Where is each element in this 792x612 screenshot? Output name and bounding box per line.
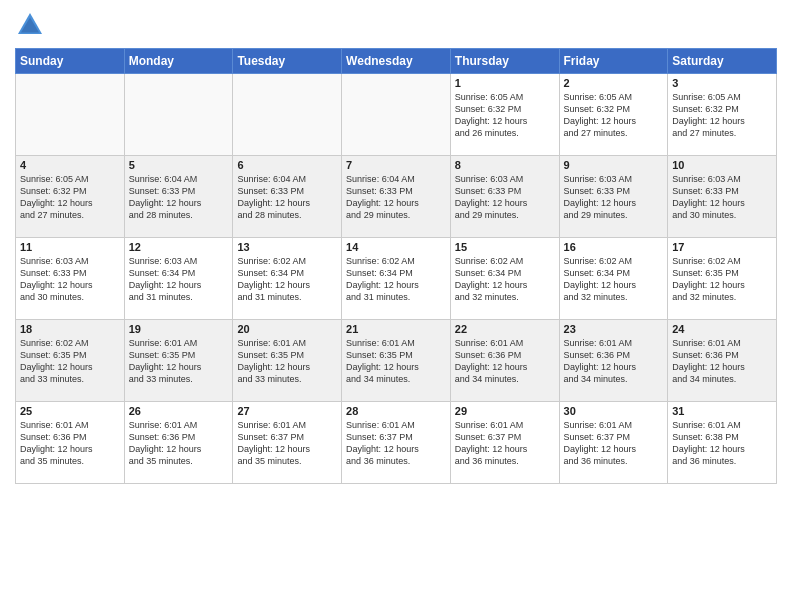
calendar-week-row: 4Sunrise: 6:05 AMSunset: 6:32 PMDaylight… (16, 156, 777, 238)
calendar-day-cell (342, 74, 451, 156)
day-info: Sunrise: 6:05 AMSunset: 6:32 PMDaylight:… (20, 173, 120, 222)
day-info: Sunrise: 6:01 AMSunset: 6:37 PMDaylight:… (455, 419, 555, 468)
day-of-week-header: Thursday (450, 49, 559, 74)
day-info: Sunrise: 6:01 AMSunset: 6:37 PMDaylight:… (237, 419, 337, 468)
day-info: Sunrise: 6:02 AMSunset: 6:35 PMDaylight:… (672, 255, 772, 304)
page-container: SundayMondayTuesdayWednesdayThursdayFrid… (0, 0, 792, 494)
day-number: 20 (237, 323, 337, 335)
day-number: 27 (237, 405, 337, 417)
calendar-day-cell: 16Sunrise: 6:02 AMSunset: 6:34 PMDayligh… (559, 238, 668, 320)
day-number: 2 (564, 77, 664, 89)
day-info: Sunrise: 6:01 AMSunset: 6:38 PMDaylight:… (672, 419, 772, 468)
day-number: 19 (129, 323, 229, 335)
day-number: 5 (129, 159, 229, 171)
day-info: Sunrise: 6:01 AMSunset: 6:36 PMDaylight:… (129, 419, 229, 468)
calendar-day-cell: 5Sunrise: 6:04 AMSunset: 6:33 PMDaylight… (124, 156, 233, 238)
day-number: 24 (672, 323, 772, 335)
day-of-week-header: Sunday (16, 49, 125, 74)
day-of-week-header: Wednesday (342, 49, 451, 74)
day-info: Sunrise: 6:02 AMSunset: 6:34 PMDaylight:… (346, 255, 446, 304)
day-info: Sunrise: 6:01 AMSunset: 6:35 PMDaylight:… (129, 337, 229, 386)
day-info: Sunrise: 6:01 AMSunset: 6:37 PMDaylight:… (346, 419, 446, 468)
day-number: 8 (455, 159, 555, 171)
day-info: Sunrise: 6:01 AMSunset: 6:36 PMDaylight:… (455, 337, 555, 386)
day-number: 22 (455, 323, 555, 335)
logo (15, 10, 49, 40)
calendar-day-cell: 10Sunrise: 6:03 AMSunset: 6:33 PMDayligh… (668, 156, 777, 238)
calendar-day-cell: 15Sunrise: 6:02 AMSunset: 6:34 PMDayligh… (450, 238, 559, 320)
day-number: 21 (346, 323, 446, 335)
calendar-week-row: 25Sunrise: 6:01 AMSunset: 6:36 PMDayligh… (16, 402, 777, 484)
day-number: 3 (672, 77, 772, 89)
calendar-day-cell: 28Sunrise: 6:01 AMSunset: 6:37 PMDayligh… (342, 402, 451, 484)
day-info: Sunrise: 6:04 AMSunset: 6:33 PMDaylight:… (129, 173, 229, 222)
calendar-day-cell: 12Sunrise: 6:03 AMSunset: 6:34 PMDayligh… (124, 238, 233, 320)
day-info: Sunrise: 6:05 AMSunset: 6:32 PMDaylight:… (455, 91, 555, 140)
calendar-day-cell: 22Sunrise: 6:01 AMSunset: 6:36 PMDayligh… (450, 320, 559, 402)
day-number: 14 (346, 241, 446, 253)
day-info: Sunrise: 6:01 AMSunset: 6:36 PMDaylight:… (20, 419, 120, 468)
calendar-day-cell: 8Sunrise: 6:03 AMSunset: 6:33 PMDaylight… (450, 156, 559, 238)
day-number: 17 (672, 241, 772, 253)
day-of-week-header: Monday (124, 49, 233, 74)
calendar-day-cell: 27Sunrise: 6:01 AMSunset: 6:37 PMDayligh… (233, 402, 342, 484)
day-number: 7 (346, 159, 446, 171)
day-info: Sunrise: 6:02 AMSunset: 6:34 PMDaylight:… (564, 255, 664, 304)
day-info: Sunrise: 6:04 AMSunset: 6:33 PMDaylight:… (237, 173, 337, 222)
calendar-table: SundayMondayTuesdayWednesdayThursdayFrid… (15, 48, 777, 484)
calendar-day-cell: 24Sunrise: 6:01 AMSunset: 6:36 PMDayligh… (668, 320, 777, 402)
day-info: Sunrise: 6:03 AMSunset: 6:33 PMDaylight:… (455, 173, 555, 222)
day-number: 25 (20, 405, 120, 417)
calendar-day-cell: 25Sunrise: 6:01 AMSunset: 6:36 PMDayligh… (16, 402, 125, 484)
calendar-day-cell (16, 74, 125, 156)
day-number: 26 (129, 405, 229, 417)
day-number: 12 (129, 241, 229, 253)
calendar-day-cell: 4Sunrise: 6:05 AMSunset: 6:32 PMDaylight… (16, 156, 125, 238)
day-number: 28 (346, 405, 446, 417)
calendar-day-cell: 1Sunrise: 6:05 AMSunset: 6:32 PMDaylight… (450, 74, 559, 156)
day-info: Sunrise: 6:01 AMSunset: 6:36 PMDaylight:… (672, 337, 772, 386)
calendar-week-row: 1Sunrise: 6:05 AMSunset: 6:32 PMDaylight… (16, 74, 777, 156)
day-info: Sunrise: 6:03 AMSunset: 6:33 PMDaylight:… (20, 255, 120, 304)
day-number: 1 (455, 77, 555, 89)
day-info: Sunrise: 6:02 AMSunset: 6:35 PMDaylight:… (20, 337, 120, 386)
day-number: 18 (20, 323, 120, 335)
day-number: 13 (237, 241, 337, 253)
day-info: Sunrise: 6:03 AMSunset: 6:33 PMDaylight:… (672, 173, 772, 222)
calendar-day-cell: 17Sunrise: 6:02 AMSunset: 6:35 PMDayligh… (668, 238, 777, 320)
calendar-day-cell: 18Sunrise: 6:02 AMSunset: 6:35 PMDayligh… (16, 320, 125, 402)
calendar-day-cell: 29Sunrise: 6:01 AMSunset: 6:37 PMDayligh… (450, 402, 559, 484)
day-number: 23 (564, 323, 664, 335)
calendar-week-row: 18Sunrise: 6:02 AMSunset: 6:35 PMDayligh… (16, 320, 777, 402)
day-info: Sunrise: 6:05 AMSunset: 6:32 PMDaylight:… (672, 91, 772, 140)
calendar-day-cell: 14Sunrise: 6:02 AMSunset: 6:34 PMDayligh… (342, 238, 451, 320)
calendar-day-cell: 6Sunrise: 6:04 AMSunset: 6:33 PMDaylight… (233, 156, 342, 238)
calendar-day-cell: 3Sunrise: 6:05 AMSunset: 6:32 PMDaylight… (668, 74, 777, 156)
calendar-day-cell: 11Sunrise: 6:03 AMSunset: 6:33 PMDayligh… (16, 238, 125, 320)
calendar-day-cell: 9Sunrise: 6:03 AMSunset: 6:33 PMDaylight… (559, 156, 668, 238)
day-info: Sunrise: 6:03 AMSunset: 6:33 PMDaylight:… (564, 173, 664, 222)
calendar-day-cell (124, 74, 233, 156)
day-number: 9 (564, 159, 664, 171)
calendar-day-cell: 30Sunrise: 6:01 AMSunset: 6:37 PMDayligh… (559, 402, 668, 484)
day-info: Sunrise: 6:03 AMSunset: 6:34 PMDaylight:… (129, 255, 229, 304)
calendar-day-cell: 13Sunrise: 6:02 AMSunset: 6:34 PMDayligh… (233, 238, 342, 320)
calendar-day-cell: 21Sunrise: 6:01 AMSunset: 6:35 PMDayligh… (342, 320, 451, 402)
day-info: Sunrise: 6:01 AMSunset: 6:35 PMDaylight:… (346, 337, 446, 386)
day-info: Sunrise: 6:01 AMSunset: 6:36 PMDaylight:… (564, 337, 664, 386)
day-number: 11 (20, 241, 120, 253)
day-number: 29 (455, 405, 555, 417)
calendar-header-row: SundayMondayTuesdayWednesdayThursdayFrid… (16, 49, 777, 74)
calendar-day-cell: 19Sunrise: 6:01 AMSunset: 6:35 PMDayligh… (124, 320, 233, 402)
day-info: Sunrise: 6:05 AMSunset: 6:32 PMDaylight:… (564, 91, 664, 140)
day-number: 10 (672, 159, 772, 171)
day-number: 31 (672, 405, 772, 417)
day-number: 16 (564, 241, 664, 253)
calendar-week-row: 11Sunrise: 6:03 AMSunset: 6:33 PMDayligh… (16, 238, 777, 320)
day-of-week-header: Saturday (668, 49, 777, 74)
calendar-day-cell (233, 74, 342, 156)
day-of-week-header: Tuesday (233, 49, 342, 74)
calendar-day-cell: 26Sunrise: 6:01 AMSunset: 6:36 PMDayligh… (124, 402, 233, 484)
day-number: 6 (237, 159, 337, 171)
page-header (15, 10, 777, 40)
